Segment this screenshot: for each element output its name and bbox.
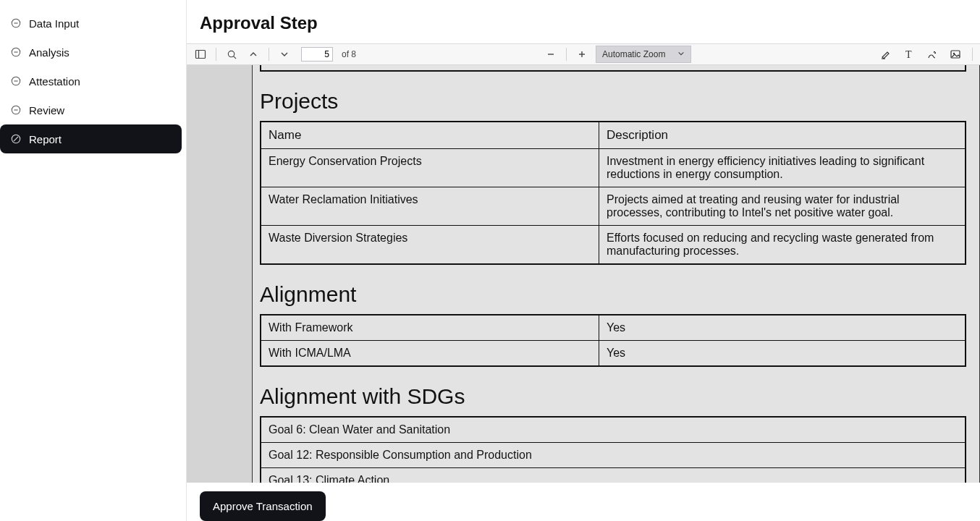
section-title: Alignment bbox=[260, 265, 966, 314]
cell-item: Goal 6: Clean Water and Sanitation bbox=[261, 417, 966, 443]
text-icon[interactable]: T bbox=[901, 46, 917, 62]
section-sdgs: Alignment with SDGs Goal 6: Clean Water … bbox=[253, 367, 973, 483]
approve-transaction-button[interactable]: Approve Transaction bbox=[200, 491, 326, 521]
projects-table: Name Description Energy Conservation Pro… bbox=[260, 121, 966, 265]
section-projects: Projects Name Description Energy Conserv… bbox=[253, 72, 973, 265]
table-row: Energy Conservation Projects Investment … bbox=[261, 149, 966, 187]
toolbar-separator bbox=[269, 48, 269, 61]
table-row: Goal 13: Climate Action bbox=[261, 468, 966, 483]
pdf-page: Projects Name Description Energy Conserv… bbox=[252, 65, 980, 483]
minus-circle-icon bbox=[10, 104, 22, 116]
approve-bar: Approve Transaction bbox=[187, 483, 980, 521]
table-row: With Framework Yes bbox=[261, 315, 966, 341]
toolbar-separator bbox=[566, 48, 567, 61]
cell-name: Waste Diversion Strategies bbox=[261, 226, 599, 265]
next-page-icon[interactable] bbox=[276, 46, 292, 62]
col-header-description: Description bbox=[599, 122, 966, 149]
toolbar-separator bbox=[216, 48, 216, 61]
cell-description: Projects aimed at treating and reusing w… bbox=[599, 187, 966, 226]
highlight-icon[interactable] bbox=[878, 46, 894, 62]
cell-name: Water Reclamation Initiatives bbox=[261, 187, 599, 226]
page-total-label: of 8 bbox=[342, 49, 356, 59]
svg-line-13 bbox=[233, 56, 235, 58]
cell-description: Efforts focused on reducing and recyclin… bbox=[599, 226, 966, 265]
cell-item: Goal 12: Responsible Consumption and Pro… bbox=[261, 443, 966, 468]
zoom-out-icon[interactable] bbox=[543, 46, 559, 62]
table-row: With ICMA/LMA Yes bbox=[261, 341, 966, 367]
prev-page-icon[interactable] bbox=[245, 46, 261, 62]
cell-item: Goal 13: Climate Action bbox=[261, 468, 966, 483]
cell-description: Investment in energy efficiency initiati… bbox=[599, 149, 966, 187]
minus-circle-icon bbox=[10, 46, 22, 58]
svg-rect-10 bbox=[196, 51, 206, 59]
slash-circle-icon bbox=[10, 133, 22, 145]
chevron-down-icon bbox=[677, 49, 685, 59]
svg-point-12 bbox=[228, 51, 234, 56]
alignment-table: With Framework Yes With ICMA/LMA Yes bbox=[260, 314, 966, 367]
sidebar-item-review[interactable]: Review bbox=[0, 96, 183, 124]
sidebar-item-label: Report bbox=[29, 133, 62, 145]
section-alignment: Alignment With Framework Yes With ICMA/L… bbox=[253, 265, 973, 367]
cell-key: With Framework bbox=[261, 315, 599, 341]
sidebar-item-data-input[interactable]: Data Input bbox=[0, 9, 183, 38]
toolbar-separator bbox=[972, 48, 973, 61]
toggle-sidebar-icon[interactable] bbox=[193, 46, 208, 62]
sidebar-item-analysis[interactable]: Analysis bbox=[0, 38, 183, 67]
table-row: Goal 12: Responsible Consumption and Pro… bbox=[261, 443, 966, 468]
section-title: Alignment with SDGs bbox=[260, 367, 966, 416]
zoom-in-icon[interactable] bbox=[574, 46, 590, 62]
sidebar-item-report[interactable]: Report bbox=[0, 124, 182, 153]
col-header-name: Name bbox=[261, 122, 599, 149]
sidebar-item-label: Analysis bbox=[29, 46, 69, 59]
sidebar-item-label: Review bbox=[29, 104, 64, 117]
svg-line-9 bbox=[14, 137, 18, 141]
table-row: Water Reclamation Initiatives Projects a… bbox=[261, 187, 966, 226]
partial-table-strip bbox=[260, 65, 966, 72]
image-icon[interactable] bbox=[947, 46, 963, 62]
sidebar: Data Input Analysis Attestation Review R… bbox=[0, 0, 187, 521]
cell-value: Yes bbox=[599, 341, 966, 367]
sidebar-item-attestation[interactable]: Attestation bbox=[0, 67, 183, 96]
zoom-select[interactable]: Automatic Zoom bbox=[596, 46, 691, 63]
minus-circle-icon bbox=[10, 75, 22, 87]
sidebar-item-label: Data Input bbox=[29, 17, 79, 30]
cell-name: Energy Conservation Projects bbox=[261, 149, 599, 187]
section-title: Projects bbox=[260, 72, 966, 121]
page-number-input[interactable] bbox=[301, 47, 333, 62]
main-panel: Approval Step of 8 Automatic Zoom bbox=[187, 0, 980, 521]
page-title: Approval Step bbox=[187, 0, 980, 43]
table-header-row: Name Description bbox=[261, 122, 966, 149]
svg-text:T: T bbox=[905, 49, 912, 60]
table-row: Waste Diversion Strategies Efforts focus… bbox=[261, 226, 966, 265]
cell-value: Yes bbox=[599, 315, 966, 341]
annotation-tools: T bbox=[878, 46, 974, 62]
pdf-viewport[interactable]: Projects Name Description Energy Conserv… bbox=[187, 65, 980, 483]
sidebar-item-label: Attestation bbox=[29, 75, 80, 88]
cell-key: With ICMA/LMA bbox=[261, 341, 599, 367]
minus-circle-icon bbox=[10, 17, 22, 29]
table-row: Goal 6: Clean Water and Sanitation bbox=[261, 417, 966, 443]
sdgs-table: Goal 6: Clean Water and Sanitation Goal … bbox=[260, 416, 966, 483]
zoom-select-label: Automatic Zoom bbox=[602, 49, 665, 59]
search-icon[interactable] bbox=[224, 46, 240, 62]
draw-icon[interactable] bbox=[924, 46, 940, 62]
pdf-toolbar: of 8 Automatic Zoom T bbox=[187, 43, 980, 65]
